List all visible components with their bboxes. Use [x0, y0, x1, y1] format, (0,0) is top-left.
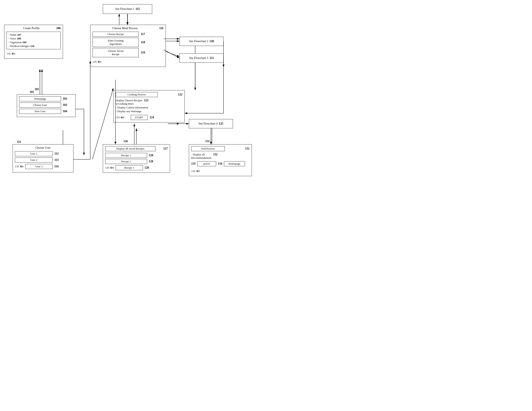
- saved-recipes-box: Display all saved Recipes 127 Recipe 1 1…: [103, 144, 170, 173]
- enter-ingredients-num: 118: [141, 41, 145, 44]
- new-user-num: 104: [63, 110, 67, 113]
- profile-voice: - Voice 108: [8, 37, 21, 40]
- cooking-process-label: Cooking Process: [127, 93, 146, 96]
- saved-recipes-title-inner: Display all saved Recipes: [105, 146, 155, 151]
- svg-line-17: [164, 50, 180, 58]
- see-flowchart2-box: See Flowchart 2 120: [180, 37, 224, 46]
- homepage-num: 102: [63, 97, 67, 100]
- see-flowchart1-num: 115: [136, 7, 140, 11]
- end-process-box: End Process 131 - Display all Recommenda…: [189, 144, 252, 176]
- end-desc: - Display all Recommendations: [191, 153, 211, 160]
- label-126: 126: [124, 140, 128, 143]
- saved-back-arrow: ⇐: [110, 165, 114, 171]
- saved-recipes-label: Display all saved Recipes: [116, 147, 144, 150]
- cooking-desc1: Display Chosen Recipesw/cooking times: [116, 99, 142, 105]
- cooking-sub2: - Display any Warnings: [116, 110, 142, 113]
- end-135-label: 135: [191, 169, 195, 173]
- meal-back-arrow: ⇐: [98, 59, 101, 64]
- profile-name: - Name 107: [8, 33, 21, 37]
- power-num: 133: [191, 162, 196, 165]
- choose-meal-process-box: Choose Meal Process 116 Choose Recipe 11…: [90, 25, 166, 67]
- see-flowchart2-label: See Flowchart 2: [189, 40, 208, 43]
- choose-user-inner: Choose User: [19, 102, 61, 108]
- homepage-label: Homepage: [34, 97, 46, 100]
- saved-recipes-num: 127: [163, 147, 168, 150]
- recipe3-num: 128: [145, 166, 149, 169]
- user2-inner: User 2: [15, 157, 53, 163]
- recipe3-inner: Recipe 3: [116, 165, 143, 170]
- profile-vegetarian: - Vegetarian 109: [8, 41, 27, 44]
- homepage2-num: 134: [218, 162, 222, 165]
- meal-135-label: 135: [93, 60, 97, 64]
- create-profile-box: Create Profile 106 - Name 107 - Voice 10…: [4, 25, 63, 59]
- choose-meal-num: 116: [159, 27, 163, 30]
- see-flowchart3-label: See Flowchart 3: [189, 56, 208, 60]
- enter-ingredients-inner: Enter Existing Ingredients: [93, 38, 139, 47]
- homepage-block-box: 101 Homepage 102 Choose User 103 New Use…: [17, 94, 76, 117]
- see-flowchart2-num: 120: [209, 40, 214, 43]
- create-profile-back-arrow: ⇐: [11, 51, 15, 56]
- choose-saved-num: 119: [141, 51, 145, 54]
- user1-num: 112: [54, 152, 58, 155]
- see-flowchart4-num: 125: [219, 122, 223, 125]
- label-131: 131: [205, 140, 210, 143]
- start-button[interactable]: START: [131, 115, 148, 120]
- cooking-process-inner: Cooking Process: [116, 92, 158, 97]
- new-user-label: New User: [35, 110, 46, 113]
- choose-recipe-num: 117: [141, 33, 145, 36]
- new-user-inner: New User: [19, 109, 61, 114]
- profile-dislikes: - Dislikes/Allergies 110: [8, 45, 34, 48]
- flowchart: See Flowchart 1 115 Choose Meal Process …: [0, 0, 266, 205]
- saved-135-label: 135: [105, 166, 109, 169]
- cooking-135-label: 135: [116, 116, 120, 119]
- choose-user-num: 103: [63, 103, 67, 107]
- start-num: 124: [150, 116, 154, 119]
- cooking-process-box: Cooking Process 122 Display Chosen Recip…: [113, 90, 185, 122]
- user3-inner: User 3: [25, 164, 53, 169]
- start-label: START: [135, 116, 143, 119]
- end-desc-num: 132: [213, 153, 218, 156]
- choose-saved-label: Choose Saved Recipe: [108, 49, 124, 56]
- see-flowchart3-num: 121: [209, 56, 214, 60]
- cooking-back-arrow: ⇐: [121, 115, 124, 120]
- see-flowchart1-label: See Flowchart 1: [115, 7, 134, 11]
- end-back-arrow: ⇐: [196, 168, 200, 174]
- see-flowchart4-box: See Flowchart 4 125: [189, 119, 233, 128]
- choose-user-back-arrow: ⇐: [20, 164, 24, 169]
- choose-saved-inner: Choose Saved Recipe: [93, 48, 139, 57]
- recipe2-inner: Recipe 2: [105, 159, 147, 164]
- choose-user-box: 111 Choose User User 1 112 User 2 113 13…: [13, 144, 74, 172]
- choose-user-box-num-outside: 111: [17, 140, 21, 144]
- cooking-sub1: - Display Calorie Information: [116, 106, 148, 109]
- homepage-inner: Homepage: [19, 96, 61, 101]
- cooking-process-num: 122: [178, 93, 182, 96]
- recipe2-num: 128: [149, 160, 153, 163]
- choose-user-title: Choose User: [36, 146, 51, 149]
- choose-user-135-label: 135: [15, 165, 19, 168]
- create-profile-135-label: 135: [7, 52, 11, 55]
- cooking-desc1-num: 123: [144, 99, 148, 105]
- see-flowchart4-label: See Flowchart 4: [199, 122, 218, 125]
- svg-line-4: [164, 51, 180, 57]
- create-profile-num: 106: [56, 27, 61, 30]
- create-profile-label: Create Profile: [7, 27, 56, 30]
- user1-inner: User 1: [15, 151, 53, 156]
- homepage2-button[interactable]: Homepage: [224, 161, 245, 166]
- end-process-label: End Process: [201, 147, 215, 150]
- see-flowchart3-box: See Flowchart 3 121: [180, 54, 224, 63]
- end-process-num: 131: [245, 147, 249, 150]
- label-105: 105: [35, 88, 39, 91]
- choose-recipe-label: Choose Recipe: [107, 33, 124, 36]
- end-process-title-inner: End Process: [191, 146, 225, 151]
- recipe1-num: 128: [149, 154, 153, 157]
- see-flowchart1-box: See Flowchart 1 115: [103, 4, 152, 14]
- choose-meal-label: Choose Meal Process: [93, 27, 158, 30]
- user2-num: 113: [54, 158, 58, 162]
- power-button[interactable]: power: [197, 161, 216, 166]
- choose-user-label: Choose User: [33, 103, 47, 107]
- enter-ingredients-label: Enter Existing Ingredients: [108, 39, 124, 46]
- choose-recipe-inner: Choose Recipe: [93, 32, 139, 37]
- recipe1-inner: Recipe 1: [105, 153, 147, 158]
- homepage-block-num: 101: [29, 90, 34, 94]
- user3-num: 114: [54, 165, 58, 168]
